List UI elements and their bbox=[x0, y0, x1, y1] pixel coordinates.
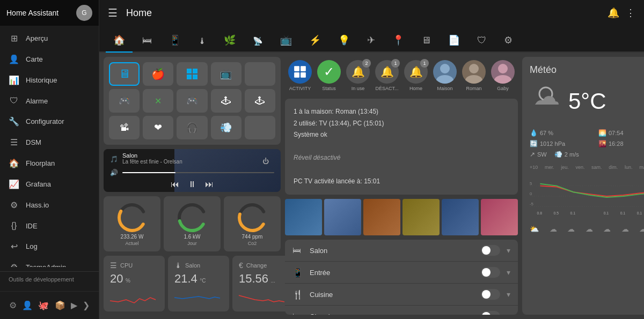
sidebar-item-grafana[interactable]: 📈Grafana bbox=[0, 174, 99, 195]
wind-speed-value: 2 m/s bbox=[565, 151, 579, 158]
tab-screen[interactable]: 📱 bbox=[162, 29, 188, 53]
thumb-5[interactable] bbox=[442, 199, 479, 235]
tab-bulb[interactable]: 💡 bbox=[331, 29, 357, 53]
entree-toggle[interactable] bbox=[481, 267, 500, 278]
salon-toggle[interactable] bbox=[481, 245, 500, 256]
footer-icon-6[interactable]: ❯ bbox=[83, 300, 90, 310]
music-power-icon[interactable]: ⏻ bbox=[262, 158, 269, 165]
weather-title: Météo bbox=[530, 64, 644, 76]
thumb-6[interactable] bbox=[481, 199, 518, 235]
tab-bolt[interactable]: ⚡ bbox=[302, 29, 328, 53]
tab-settings[interactable]: ⚙ bbox=[496, 29, 520, 53]
mid-panel: ACTIVITY ✓ Status 🔔 2 In use bbox=[285, 57, 518, 315]
thumb-4[interactable] bbox=[402, 199, 440, 235]
badge-gaby[interactable]: Gaby bbox=[491, 60, 515, 91]
sidebar-item-hass[interactable]: ⚙Hass.io bbox=[0, 195, 99, 216]
media-btn-ps[interactable]: 🎮 bbox=[109, 89, 140, 113]
badge-desact-label: DÉSACT... bbox=[375, 86, 398, 91]
sidebar-item-floorplan[interactable]: 🏠Floorplan bbox=[0, 153, 99, 174]
euro-icon: € bbox=[239, 261, 243, 270]
tab-display[interactable]: 🖥 bbox=[414, 29, 438, 53]
badge-desact[interactable]: 🔔 1 DÉSACT... bbox=[375, 60, 399, 91]
media-btn-windows[interactable] bbox=[177, 62, 207, 86]
badge-inuse[interactable]: 🔔 2 In use bbox=[346, 60, 370, 91]
thumb-1[interactable] bbox=[285, 199, 322, 235]
notification-bell-icon[interactable]: 🔔 bbox=[608, 7, 619, 19]
chambre-chevron[interactable]: ▾ bbox=[507, 312, 510, 315]
media-btn-pc[interactable]: 🖥 bbox=[109, 62, 140, 86]
tab-thermostat[interactable]: 🌡 bbox=[191, 31, 214, 53]
entree-chevron[interactable]: ▾ bbox=[507, 268, 510, 277]
media-btn-empty2[interactable] bbox=[245, 116, 275, 139]
footer-icon-4[interactable]: 📦 bbox=[55, 300, 65, 310]
media-btn-switch[interactable]: 🎮 bbox=[177, 89, 207, 113]
sidebar-item-apercu[interactable]: ⊞Aperçu bbox=[0, 28, 99, 49]
activity-info-box: 1 à la maison: Roman (13:45) 2 utilisé: … bbox=[285, 99, 518, 195]
media-btn-xbox[interactable]: ✕ bbox=[143, 89, 173, 113]
pause-icon[interactable]: ⏸ bbox=[188, 180, 196, 189]
chambre-toggle[interactable] bbox=[481, 311, 500, 315]
svg-rect-2 bbox=[187, 75, 192, 79]
footer-icon-1[interactable]: ⚙ bbox=[9, 300, 17, 310]
thumb-3[interactable] bbox=[363, 199, 400, 235]
badge-maison[interactable]: Maison bbox=[433, 60, 457, 91]
cuisine-toggle[interactable] bbox=[481, 289, 500, 300]
media-btn-headphone[interactable]: 🎧 bbox=[177, 116, 207, 139]
more-options-icon[interactable]: ⋮ bbox=[626, 7, 635, 19]
next-track-icon[interactable]: ⏭ bbox=[205, 180, 214, 189]
weather-days-labels: +10 mer. jeu. ven. sam. dim. lun. mar. m… bbox=[530, 165, 644, 170]
tab-bed[interactable]: 🛏 bbox=[135, 29, 159, 53]
tab-doc[interactable]: 📄 bbox=[441, 29, 467, 53]
tab-home[interactable]: 🏠 bbox=[106, 29, 133, 53]
media-btn-fan[interactable]: 💨 bbox=[211, 116, 241, 139]
volume-icon[interactable]: 🔊 bbox=[110, 169, 118, 176]
sidebar-item-log[interactable]: ↩Log bbox=[0, 236, 99, 257]
temp-card: 🌡 Salon 21.4 °C bbox=[168, 256, 229, 311]
tab-plane[interactable]: ✈ bbox=[360, 29, 383, 53]
sidebar-item-tasmo[interactable]: ⚙TasmoAdmin bbox=[0, 257, 99, 267]
media-btn-controller[interactable]: 🕹 bbox=[211, 89, 241, 113]
svg-rect-10 bbox=[294, 66, 299, 71]
badge-home[interactable]: 🔔 1 Home bbox=[404, 60, 428, 91]
cpu-icon: ☰ bbox=[110, 261, 117, 270]
tab-location[interactable]: 📍 bbox=[385, 29, 412, 53]
badge-status[interactable]: ✓ Status bbox=[317, 60, 341, 91]
sidebar-item-alarme[interactable]: 🛡Alarme bbox=[0, 91, 99, 111]
salon-chevron[interactable]: ▾ bbox=[507, 246, 510, 255]
media-btn-apple[interactable]: 🍎 bbox=[143, 62, 173, 86]
tab-cast[interactable]: 📺 bbox=[273, 29, 299, 53]
sidebar-item-configurator[interactable]: 🔧Configurator bbox=[0, 111, 99, 132]
footer-icon-5[interactable]: ▶ bbox=[71, 300, 77, 310]
prev-track-icon[interactable]: ⏮ bbox=[171, 180, 179, 189]
sidebar-item-ide[interactable]: {}IDE bbox=[0, 216, 99, 236]
badge-roman[interactable]: Roman bbox=[462, 60, 486, 91]
wind-speed-icon: 💨 bbox=[554, 151, 562, 158]
sidebar-title: Home Assistant bbox=[6, 9, 71, 17]
menu-icon[interactable]: ☰ bbox=[108, 6, 118, 19]
humidity-icon: 💧 bbox=[530, 129, 538, 137]
footer-icon-3[interactable]: 🐙 bbox=[38, 300, 49, 310]
sidebar-item-historique[interactable]: 📊Historique bbox=[0, 70, 99, 91]
badge-activity[interactable]: ACTIVITY bbox=[288, 60, 312, 91]
tab-shield[interactable]: 🛡 bbox=[470, 29, 494, 53]
footer-icon-2[interactable]: 👤 bbox=[22, 300, 33, 310]
media-btn-tv[interactable]: 📺 bbox=[211, 62, 241, 86]
badge-maison-label: Maison bbox=[437, 86, 452, 91]
thumb-2[interactable] bbox=[324, 199, 361, 235]
dev-tools-label: Outils de développement bbox=[0, 271, 99, 287]
user-avatar[interactable]: G bbox=[76, 5, 92, 21]
tab-antenna[interactable]: 📡 bbox=[245, 31, 270, 53]
cuisine-chevron[interactable]: ▾ bbox=[507, 290, 510, 299]
media-btn-ctrl2[interactable]: 🕹 bbox=[245, 89, 275, 113]
tab-garden[interactable]: 🌿 bbox=[216, 29, 243, 53]
wicon-6: ☁ bbox=[621, 225, 629, 233]
media-btn-movie[interactable]: 📽 bbox=[109, 116, 140, 139]
stats-row: 233.26 W Actuel 1.6 kW Jour bbox=[104, 196, 281, 251]
media-btn-empty1[interactable] bbox=[245, 62, 275, 86]
sidebar-item-dsm[interactable]: ☰DSM bbox=[0, 132, 99, 153]
media-btn-heart[interactable]: ❤ bbox=[143, 116, 173, 139]
image-thumbnails bbox=[285, 199, 518, 235]
sunrise-value: 07:54 bbox=[609, 130, 624, 136]
sidebar-item-carte[interactable]: 👤Carte bbox=[0, 49, 99, 70]
svg-point-17 bbox=[465, 75, 482, 84]
